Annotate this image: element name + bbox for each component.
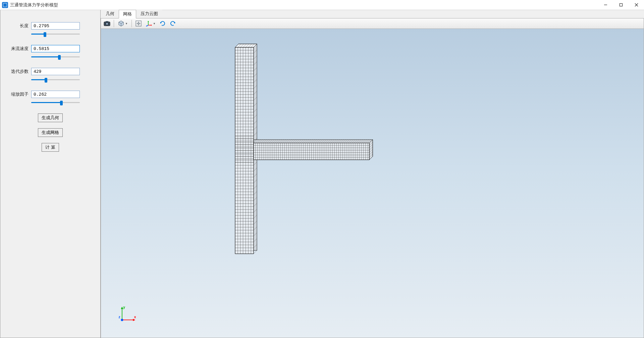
param-label: 来流速度 [7, 46, 29, 52]
axis-indicator: y x z [118, 304, 138, 324]
app-icon [2, 2, 8, 8]
svg-marker-12 [148, 21, 149, 22]
svg-point-6 [106, 23, 108, 25]
param-row-iterations: 迭代步数 [7, 68, 94, 75]
param-label: 长度 [7, 23, 29, 29]
rotate-ccw-icon [160, 20, 166, 27]
toolbar-separator [114, 20, 114, 27]
cube-icon [118, 20, 124, 27]
svg-marker-298 [121, 307, 123, 309]
iterations-slider[interactable] [31, 77, 80, 83]
close-button[interactable] [629, 0, 644, 10]
length-input[interactable] [31, 22, 80, 30]
svg-rect-1 [620, 4, 622, 6]
svg-marker-17 [160, 22, 162, 23]
svg-marker-300 [133, 319, 135, 321]
chevron-down-icon: ▼ [153, 22, 156, 25]
main-content: 长度 来流速度 迭代步数 缩放因子 [0, 10, 644, 338]
tab-geometry[interactable]: 几何 [101, 9, 119, 18]
scale-input[interactable] [31, 91, 80, 98]
mesh-model [101, 29, 644, 338]
camera-icon [104, 21, 110, 26]
axis-y-label: y [123, 305, 125, 309]
tab-pressure[interactable]: 压力云图 [136, 9, 162, 18]
param-row-scale: 缩放因子 [7, 91, 94, 98]
tab-mesh[interactable]: 网格 [119, 10, 136, 18]
minimize-button[interactable] [598, 0, 613, 10]
view-cube-button[interactable]: ▼ [116, 19, 129, 28]
rotate-cw-button[interactable] [168, 19, 177, 28]
minimize-icon [604, 3, 607, 7]
rotate-axes-button[interactable]: ▼ [144, 19, 157, 28]
length-slider[interactable] [31, 31, 80, 37]
velocity-slider[interactable] [31, 54, 80, 60]
generate-geometry-button[interactable]: 生成几何 [38, 113, 63, 122]
tab-bar: 几何 网格 压力云图 [101, 10, 644, 18]
svg-marker-14 [151, 25, 152, 26]
mesh-viewport[interactable]: y x z [101, 29, 644, 338]
axis-x-label: x [134, 315, 136, 319]
svg-marker-16 [146, 25, 147, 27]
chevron-down-icon: ▼ [125, 22, 128, 25]
move-icon [136, 20, 142, 27]
compute-button[interactable]: 计 算 [42, 143, 59, 152]
maximize-button[interactable] [613, 0, 629, 10]
pan-button[interactable] [134, 19, 143, 28]
right-panel: 几何 网格 压力云图 ▼ [101, 10, 644, 338]
param-label: 缩放因子 [7, 91, 29, 97]
svg-marker-23 [235, 44, 257, 47]
svg-point-301 [121, 319, 123, 321]
svg-marker-18 [174, 22, 175, 23]
sidebar-panel: 长度 来流速度 迭代步数 缩放因子 [0, 10, 101, 338]
action-buttons: 生成几何 生成网格 计 算 [7, 113, 94, 152]
toolbar-separator [131, 20, 132, 27]
svg-line-235 [254, 250, 257, 254]
param-row-length: 长度 [7, 22, 94, 30]
iterations-input[interactable] [31, 68, 80, 75]
param-row-velocity: 来流速度 [7, 45, 94, 52]
window-controls [598, 0, 644, 10]
viewport-toolbar: ▼ ▼ [101, 18, 644, 29]
velocity-input[interactable] [31, 45, 80, 52]
param-label: 迭代步数 [7, 68, 29, 75]
title-bar: 三通管流体力学分析模型 [0, 0, 644, 10]
axes-rotate-icon [146, 20, 152, 27]
close-icon [635, 3, 638, 7]
maximize-icon [619, 3, 623, 7]
app-title: 三通管流体力学分析模型 [10, 2, 598, 8]
svg-rect-7 [106, 21, 108, 22]
rotate-ccw-button[interactable] [158, 19, 167, 28]
rotate-cw-icon [170, 20, 176, 27]
axis-z-label: z [119, 315, 120, 319]
screenshot-button[interactable] [102, 19, 112, 28]
scale-slider[interactable] [31, 99, 80, 105]
generate-mesh-button[interactable]: 生成网格 [38, 128, 63, 137]
